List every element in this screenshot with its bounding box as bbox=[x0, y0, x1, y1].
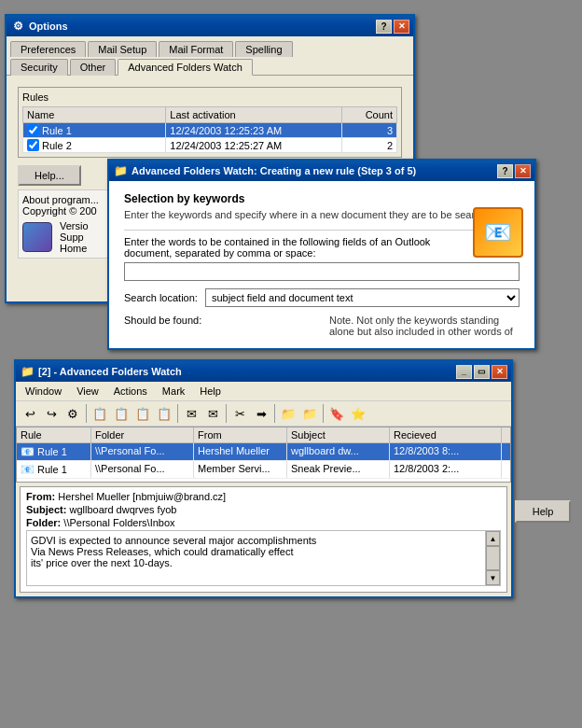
should-be-found-label: Should be found: bbox=[124, 315, 314, 326]
col-last-activation: Last activation bbox=[166, 107, 342, 123]
rule1-checkbox[interactable] bbox=[27, 124, 39, 136]
table-row[interactable]: Rule 2 12/24/2003 12:25:27 AM 2 bbox=[23, 138, 397, 153]
rule2-checkbox[interactable] bbox=[27, 139, 39, 151]
tb-forward[interactable]: ↪ bbox=[41, 403, 62, 424]
menu-window[interactable]: Window bbox=[18, 384, 69, 399]
col-rule: Rule bbox=[17, 427, 91, 442]
list-item[interactable]: 📧 Rule 1 \\Personal Fo... Member Servi..… bbox=[17, 461, 510, 479]
wizard-bottom-row: Should be found: Note. Not only the keyw… bbox=[124, 315, 520, 337]
tb-copy3[interactable]: 📋 bbox=[132, 403, 153, 424]
rule2-count: 2 bbox=[342, 138, 397, 153]
help-sidebar-btn[interactable]: Help bbox=[515, 500, 571, 523]
help-button[interactable]: Help... bbox=[18, 165, 81, 186]
scroll-down[interactable]: ▼ bbox=[486, 570, 500, 585]
preview-area: From: Hershel Mueller [nbmjuiw@brand.cz]… bbox=[20, 486, 507, 593]
options-title-bar[interactable]: ⚙ Options ? ✕ bbox=[7, 16, 413, 36]
main-title: [2] - Advanced Folders Watch bbox=[38, 366, 456, 377]
tb-copy2[interactable]: 📋 bbox=[111, 403, 132, 424]
menu-actions[interactable]: Actions bbox=[106, 384, 155, 399]
row2-from: Member Servi... bbox=[194, 461, 287, 478]
wizard-window: 📁 Advanced Folders Watch: Creating a new… bbox=[107, 159, 536, 350]
tab-security[interactable]: Security bbox=[10, 59, 68, 76]
options-window-controls: ? ✕ bbox=[376, 20, 409, 34]
preview-folder: Folder: \\Personal Folders\Inbox bbox=[26, 517, 501, 528]
main-restore-btn[interactable]: ▭ bbox=[474, 365, 490, 379]
help-sidebar-area: Help bbox=[515, 500, 571, 523]
table-row[interactable]: Rule 1 12/24/2003 12:25:23 AM 3 bbox=[23, 123, 397, 138]
menu-mark[interactable]: Mark bbox=[155, 384, 192, 399]
main-icon: 📁 bbox=[20, 364, 35, 379]
wizard-title: Advanced Folders Watch: Creating a new r… bbox=[132, 165, 497, 176]
tab-mail-setup[interactable]: Mail Setup bbox=[88, 41, 157, 57]
list-item[interactable]: 📧 Rule 1 \\Personal Fo... Hershel Muelle… bbox=[17, 443, 510, 461]
menu-help[interactable]: Help bbox=[192, 384, 229, 399]
tb-bookmark[interactable]: 🔖 bbox=[326, 403, 347, 424]
tb-settings[interactable]: ⚙ bbox=[62, 403, 83, 424]
preview-subject: Subject: wgllboard dwqrves fyob bbox=[26, 504, 501, 515]
tb-arrow[interactable]: ➡ bbox=[251, 403, 271, 424]
wizard-content: 📧 Selection by keywords Enter the keywor… bbox=[109, 181, 534, 348]
toolbar-sep2 bbox=[177, 404, 178, 423]
options-tab-row2: Security Other Advanced Folders Watch bbox=[10, 58, 409, 75]
scroll-thumb[interactable] bbox=[486, 546, 500, 570]
options-title: Options bbox=[29, 21, 376, 32]
tb-cut[interactable]: ✂ bbox=[229, 403, 250, 424]
wizard-keywords-input[interactable] bbox=[124, 262, 520, 281]
col-folder: Folder bbox=[91, 427, 194, 442]
tab-preferences[interactable]: Preferences bbox=[10, 41, 86, 57]
main-window-body: Window View Actions Mark Help ↩ ↪ ⚙ 📋 📋 … bbox=[16, 382, 511, 596]
tb-mail2[interactable]: ✉ bbox=[202, 403, 223, 424]
tb-folder1[interactable]: 📁 bbox=[278, 403, 298, 424]
rule1-name: Rule 1 bbox=[23, 123, 166, 138]
wizard-label1: Enter the words to be contained in the f… bbox=[124, 236, 454, 259]
preview-scrollbar[interactable]: ▲ ▼ bbox=[485, 531, 500, 585]
col-subject: Subject bbox=[287, 427, 390, 442]
main-window-controls: _ ▭ ✕ bbox=[456, 365, 507, 379]
options-close-btn[interactable]: ✕ bbox=[394, 20, 409, 34]
tb-folder2[interactable]: 📁 bbox=[299, 403, 320, 424]
main-minimize-btn[interactable]: _ bbox=[456, 365, 472, 379]
row1-subject: wgllboard dw... bbox=[287, 443, 390, 460]
rule1-activation: 12/24/2003 12:25:23 AM bbox=[166, 123, 342, 138]
wizard-search-location-row: Search location: subject field and docum… bbox=[124, 288, 520, 307]
main-window: 📁 [2] - Advanced Folders Watch _ ▭ ✕ Win… bbox=[14, 359, 513, 598]
tb-copy1[interactable]: 📋 bbox=[90, 403, 110, 424]
toolbar-sep3 bbox=[226, 404, 227, 423]
row2-subject: Sneak Previe... bbox=[287, 461, 390, 478]
tb-copy4[interactable]: 📋 bbox=[154, 403, 174, 424]
list-header: Rule Folder From Subject Recieved bbox=[17, 427, 510, 443]
tab-advanced-folders-watch[interactable]: Advanced Folders Watch bbox=[118, 59, 252, 76]
wizard-image: 📧 bbox=[473, 207, 523, 258]
tb-star[interactable]: ⭐ bbox=[348, 403, 368, 424]
options-tabs: Preferences Mail Setup Mail Format Spell… bbox=[7, 36, 413, 76]
wizard-divider1 bbox=[124, 230, 520, 231]
rule1-count: 3 bbox=[342, 123, 397, 138]
tab-other[interactable]: Other bbox=[70, 59, 117, 76]
row2-folder: \\Personal Fo... bbox=[91, 461, 194, 478]
rules-label: Rules bbox=[22, 91, 397, 103]
tb-mail1[interactable]: ✉ bbox=[181, 403, 201, 424]
options-help-btn[interactable]: ? bbox=[376, 20, 392, 34]
scroll-up[interactable]: ▲ bbox=[486, 531, 500, 546]
tab-mail-format[interactable]: Mail Format bbox=[159, 41, 233, 57]
wizard-icon: 📁 bbox=[113, 163, 128, 178]
wizard-title-bar[interactable]: 📁 Advanced Folders Watch: Creating a new… bbox=[109, 161, 534, 181]
toolbar: ↩ ↪ ⚙ 📋 📋 📋 📋 ✉ ✉ ✂ ➡ 📁 📁 🔖 ⭐ bbox=[16, 401, 511, 427]
preview-from: From: Hershel Mueller [nbmjuiw@brand.cz] bbox=[26, 491, 501, 502]
rule2-name: Rule 2 bbox=[23, 138, 166, 153]
search-location-select[interactable]: subject field and document text bbox=[205, 288, 520, 307]
tb-back[interactable]: ↩ bbox=[20, 403, 40, 424]
wizard-close-btn[interactable]: ✕ bbox=[515, 164, 531, 178]
main-close-btn[interactable]: ✕ bbox=[492, 365, 507, 379]
menu-view[interactable]: View bbox=[69, 384, 106, 399]
toolbar-sep5 bbox=[323, 404, 324, 423]
col-received: Recieved bbox=[390, 427, 502, 442]
row1-rule: 📧 Rule 1 bbox=[17, 443, 91, 460]
tab-spelling[interactable]: Spelling bbox=[235, 41, 292, 57]
wizard-help-btn[interactable]: ? bbox=[497, 164, 513, 178]
rule2-activation: 12/24/2003 12:25:27 AM bbox=[166, 138, 342, 153]
main-title-bar[interactable]: 📁 [2] - Advanced Folders Watch _ ▭ ✕ bbox=[16, 361, 511, 382]
search-location-label: Search location: bbox=[124, 292, 198, 303]
row1-from: Hershel Mueller bbox=[194, 443, 287, 460]
col-name: Name bbox=[23, 107, 166, 123]
